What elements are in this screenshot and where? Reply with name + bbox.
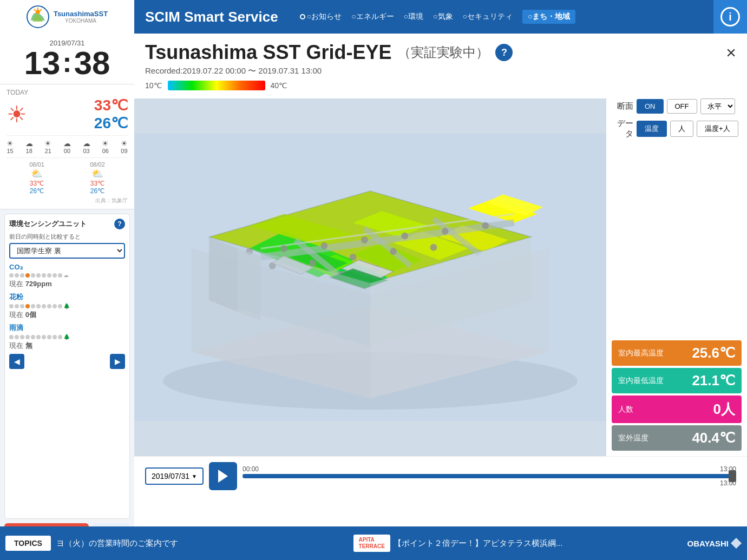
nav-link-news[interactable]: ○お知らせ — [300, 12, 342, 22]
weather-source: 出典：気象庁 — [6, 197, 128, 205]
building-svg — [134, 98, 606, 456]
clock-hour: 13 — [24, 47, 61, 80]
sensing-help-button[interactable]: ? — [114, 219, 125, 229]
stat-max-temp-label: 室内最高温度 — [618, 348, 664, 358]
dot — [31, 304, 35, 308]
svg-point-31 — [321, 242, 328, 249]
dot — [20, 304, 24, 308]
timeline-track[interactable] — [243, 474, 736, 478]
timeline-start-label: 00:00 — [243, 465, 259, 473]
timeline-top: 2019/07/31 ▼ 00:00 13:00 13:00 — [145, 462, 736, 490]
temp-button[interactable]: 温度 — [637, 121, 667, 137]
top-navbar: TsunashimaSST YOKOHAMA SCIM Smart Servic… — [0, 0, 747, 34]
shop-text: 【ポイント２倍デー！】アピタテラス横浜綱... — [394, 538, 687, 549]
dot-active — [25, 273, 30, 278]
temp-gradient-row: 10℃ 40℃ — [134, 78, 747, 95]
svg-point-38 — [350, 254, 357, 261]
dot — [42, 335, 46, 339]
temp-people-button[interactable]: 温度+人 — [697, 121, 738, 137]
clock-colon: : — [62, 48, 71, 78]
weather-temps: 33℃ 26℃ — [94, 96, 128, 132]
temp-label-lo: 10℃ — [145, 81, 162, 90]
direction-dropdown[interactable]: 水平 — [700, 98, 735, 114]
dot — [9, 273, 14, 278]
sensing-pollen-dots: 🌲 — [9, 303, 125, 309]
nav-link-security[interactable]: ○セキュリティ — [463, 12, 513, 22]
dot — [53, 335, 57, 339]
dot-active — [25, 304, 30, 308]
close-button[interactable]: × — [726, 43, 736, 63]
nav-link-weather[interactable]: ○気象 — [433, 12, 453, 22]
stat-people-label: 人数 — [618, 405, 633, 414]
controls-panel: 断面 ON OFF 水平 データ 温度 人 温度+人 — [612, 98, 742, 139]
svg-point-1 — [36, 10, 40, 14]
dot — [31, 335, 35, 339]
obayashi-label: OBAYASHI — [687, 539, 729, 548]
bottom-bar: TOPICS ヨ（火）の営業時間のご案内です APITA TERRACE 【ポイ… — [0, 526, 747, 560]
weather-forecast: 08/01 ⛅ 33℃ 26℃ 08/02 ⛅ 33℃ 26℃ — [6, 157, 128, 195]
date-selector[interactable]: 2019/07/31 ▼ — [145, 467, 204, 485]
danmen-row: 断面 ON OFF 水平 — [612, 98, 742, 114]
stat-max-temp-value: 25.6℃ — [692, 345, 735, 361]
dot — [36, 304, 41, 308]
dot — [53, 304, 57, 308]
dot — [25, 335, 30, 339]
dot — [15, 273, 19, 278]
on-button[interactable]: ON — [637, 99, 664, 114]
dot — [58, 335, 62, 339]
weather-hour-15: ☀ 15 — [6, 139, 14, 154]
sensing-unit: 環境センシングユニット ? 前日の同時刻と比較すると 国際学生寮 裏 CO₂ ☁ — [4, 214, 130, 519]
sensing-prev-button[interactable]: ◀ — [9, 354, 24, 369]
sensing-co2-value: 現在 729ppm — [9, 279, 125, 289]
obayashi-logo: OBAYASHI — [687, 538, 742, 549]
svg-point-32 — [361, 236, 368, 243]
forecast-0801: 08/01 ⛅ 33℃ 26℃ — [29, 161, 44, 195]
weather-area: TODAY ☀ 33℃ 26℃ ☀ 15 ☁ 18 ☀ 21 ☁ 00 — [0, 84, 134, 209]
weather-hour-09: ☀ 09 — [121, 139, 128, 154]
left-sidebar: 2019/07/31 13 : 38 TODAY ☀ 33℃ 26℃ ☀ 15 … — [0, 34, 134, 560]
forecast-0802: 08/02 ⛅ 33℃ 26℃ — [90, 161, 105, 195]
timeline-handle[interactable] — [729, 470, 736, 482]
dot — [58, 304, 62, 308]
play-button[interactable] — [209, 462, 237, 490]
people-button[interactable]: 人 — [670, 121, 693, 137]
page-title-row: Tsunashima SST Grid-EYE （実証実験中） ? × — [134, 34, 747, 66]
info-circle-icon: i — [720, 7, 740, 27]
weather-hour-21: ☀ 21 — [44, 139, 51, 154]
page-help-button[interactable]: ? — [495, 44, 513, 61]
nav-link-town[interactable]: ○まち・地域 — [522, 10, 575, 24]
svg-marker-50 — [731, 538, 742, 549]
recorded-row: Recorded:2019.07.22 00:00 〜 2019.07.31 1… — [134, 66, 747, 78]
svg-point-34 — [442, 228, 449, 235]
sensing-pollen-row: 花粉 🌲 現在 0個 — [9, 292, 125, 320]
info-button[interactable]: i — [713, 0, 747, 34]
dot — [47, 304, 51, 308]
nav-links: ○お知らせ ○エネルギー ○環境 ○気象 ○セキュリティ ○まち・地域 — [300, 10, 713, 24]
dot — [20, 335, 24, 339]
logo-emblem-icon — [27, 5, 49, 28]
svg-point-35 — [482, 222, 489, 229]
dot-separator: ☁ — [63, 272, 69, 278]
clock-time: 13 : 38 — [9, 47, 126, 80]
dot — [15, 335, 19, 339]
nav-link-env[interactable]: ○環境 — [404, 12, 423, 22]
obayashi-diamond-icon — [731, 538, 742, 549]
weather-hour-06: ☀ 06 — [102, 139, 109, 154]
nav-link-energy[interactable]: ○エネルギー — [351, 12, 394, 22]
sensing-next-button[interactable]: ▶ — [110, 354, 125, 369]
logo-subtitle: YOKOHAMA — [54, 18, 108, 24]
timeline-area: 2019/07/31 ▼ 00:00 13:00 13:00 — [134, 456, 747, 526]
topics-button[interactable]: TOPICS — [5, 536, 51, 551]
page-subtitle: （実証実験中） — [398, 44, 489, 61]
today-row: ☀ 33℃ 26℃ — [6, 96, 128, 132]
sensing-header: 環境センシングユニット ? — [9, 219, 125, 229]
news-text: ヨ（火）の営業時間のご案内です — [56, 538, 350, 549]
sensing-rain-value: 現在 無 — [9, 341, 125, 351]
dot — [36, 335, 41, 339]
svg-point-39 — [390, 248, 397, 255]
stat-min-temp: 室内最低温度 21.1℃ — [612, 368, 742, 393]
building-visual — [134, 98, 606, 456]
off-button[interactable]: OFF — [667, 99, 697, 114]
dot — [9, 335, 14, 339]
location-dropdown[interactable]: 国際学生寮 裏 — [9, 243, 125, 259]
